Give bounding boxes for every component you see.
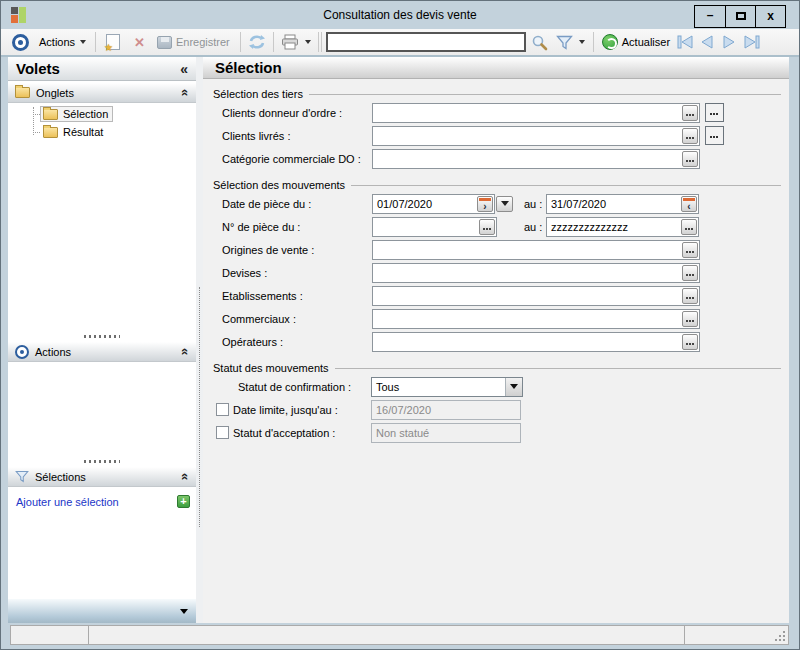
close-button[interactable]: x bbox=[755, 6, 785, 27]
group-selection-tiers: Sélection des tiers Clients donneur d'or… bbox=[209, 87, 783, 170]
resize-grip[interactable] bbox=[783, 639, 785, 641]
collapse-section-icon[interactable]: « bbox=[179, 89, 192, 96]
combo-dropdown-icon[interactable] bbox=[505, 378, 522, 396]
volets-header: Volets « bbox=[8, 57, 196, 81]
actions-dropdown-icon[interactable] bbox=[80, 40, 86, 44]
toolbar: Actions ★ ✕ Enregistrer Actualiser bbox=[1, 29, 799, 57]
main-panel: Sélection Sélection des tiers Clients do… bbox=[203, 57, 789, 623]
statut-acceptation-checkbox[interactable] bbox=[216, 426, 229, 439]
collapse-section-icon[interactable]: « bbox=[179, 473, 192, 480]
search-icon[interactable] bbox=[531, 34, 548, 51]
lookup-button[interactable] bbox=[479, 219, 495, 235]
main-header: Sélection bbox=[203, 57, 789, 79]
section-actions[interactable]: Actions « bbox=[8, 342, 196, 362]
field-label: Statut d'acceptation : bbox=[233, 427, 371, 439]
page-title: Sélection bbox=[215, 59, 282, 76]
actualiser-button[interactable]: Actualiser bbox=[622, 36, 670, 48]
panel-splitter[interactable] bbox=[8, 457, 196, 465]
group-title: Sélection des tiers bbox=[209, 87, 783, 101]
date-limite-input: 16/07/2020 bbox=[371, 400, 521, 420]
actions-menu-button[interactable]: Actions bbox=[39, 36, 75, 48]
lookup-button[interactable] bbox=[682, 105, 698, 121]
add-selection-link[interactable]: Ajouter une sélection bbox=[16, 496, 119, 508]
tree-item-resultat[interactable]: Résultat bbox=[33, 123, 196, 141]
lookup-button[interactable] bbox=[682, 288, 698, 304]
onglets-tree: Sélection Résultat bbox=[8, 103, 196, 332]
delete-icon[interactable]: ✕ bbox=[134, 35, 145, 50]
actions-icon bbox=[15, 345, 29, 359]
lookup-button[interactable] bbox=[682, 334, 698, 350]
nav-next-icon[interactable] bbox=[722, 35, 736, 49]
status-cell bbox=[685, 626, 788, 644]
statut-confirmation-select[interactable]: Tous bbox=[371, 377, 523, 397]
lookup-button[interactable] bbox=[682, 128, 698, 144]
panel-splitter[interactable] bbox=[8, 332, 196, 340]
filter-dropdown-icon[interactable] bbox=[579, 40, 585, 44]
save-icon[interactable] bbox=[157, 36, 172, 49]
field-label: Clients livrés : bbox=[222, 130, 372, 142]
print-icon[interactable] bbox=[281, 34, 299, 50]
au-label: au : bbox=[524, 221, 546, 233]
field-label: Statut de confirmation : bbox=[238, 381, 371, 393]
lookup-button[interactable] bbox=[682, 151, 698, 167]
minimize-button[interactable]: – bbox=[695, 6, 725, 27]
status-cell bbox=[11, 626, 89, 644]
date-picker-button[interactable]: › bbox=[477, 196, 493, 212]
print-dropdown-icon[interactable] bbox=[305, 40, 311, 44]
detail-button[interactable] bbox=[705, 126, 724, 145]
tree-item-selection[interactable]: Sélection bbox=[33, 105, 196, 123]
date-limite-checkbox[interactable] bbox=[216, 403, 229, 416]
num-piece-au-input[interactable] bbox=[546, 217, 699, 237]
refresh-icon[interactable] bbox=[248, 34, 266, 50]
filter-icon bbox=[15, 470, 29, 483]
nav-prev-icon[interactable] bbox=[700, 35, 714, 49]
clients-donneur-input[interactable] bbox=[372, 103, 700, 123]
group-selection-mouvements: Sélection des mouvements Date de pièce d… bbox=[209, 178, 783, 353]
field-label: Date limite, jusqu'au : bbox=[233, 404, 371, 416]
sidebar-splitter[interactable] bbox=[196, 57, 203, 623]
add-selection-icon[interactable]: + bbox=[177, 495, 190, 508]
maximize-button[interactable] bbox=[725, 6, 755, 27]
origines-vente-input[interactable] bbox=[372, 240, 700, 260]
devises-input[interactable] bbox=[372, 263, 700, 283]
actualiser-icon[interactable] bbox=[602, 34, 618, 50]
date-picker-button[interactable]: ‹ bbox=[681, 196, 697, 212]
field-label: Devises : bbox=[222, 267, 372, 279]
etablissements-input[interactable] bbox=[372, 286, 700, 306]
actions-target-icon bbox=[12, 34, 29, 51]
field-label: Etablissements : bbox=[222, 290, 372, 302]
collapse-section-icon[interactable]: « bbox=[179, 348, 192, 355]
lookup-button[interactable] bbox=[682, 265, 698, 281]
section-selections[interactable]: Sélections « bbox=[8, 467, 196, 487]
detail-button[interactable] bbox=[705, 103, 724, 122]
section-actions-label: Actions bbox=[35, 346, 71, 358]
field-label: Catégorie commerciale DO : bbox=[222, 153, 372, 165]
clients-livres-input[interactable] bbox=[372, 126, 700, 146]
categorie-commerciale-input[interactable] bbox=[372, 149, 700, 169]
new-icon[interactable]: ★ bbox=[106, 34, 120, 50]
lookup-button[interactable] bbox=[681, 219, 697, 235]
save-button[interactable]: Enregistrer bbox=[176, 36, 230, 48]
volets-title: Volets bbox=[16, 60, 60, 77]
folder-icon bbox=[15, 87, 30, 98]
collapse-sidebar-icon[interactable]: « bbox=[180, 61, 188, 77]
au-label: au : bbox=[524, 198, 546, 210]
titlebar: Consultation des devis vente – x bbox=[1, 1, 799, 29]
section-onglets[interactable]: Onglets « bbox=[8, 83, 196, 103]
group-title: Sélection des mouvements bbox=[209, 178, 783, 192]
operateurs-input[interactable] bbox=[372, 332, 700, 352]
lookup-button[interactable] bbox=[682, 311, 698, 327]
nav-last-icon[interactable] bbox=[743, 35, 761, 49]
statut-acceptation-input: Non statué bbox=[371, 423, 521, 443]
lookup-button[interactable] bbox=[682, 242, 698, 258]
sidebar-scroll-down[interactable] bbox=[8, 599, 196, 623]
date-dropdown-button[interactable] bbox=[496, 196, 513, 212]
commerciaux-input[interactable] bbox=[372, 309, 700, 329]
filter-icon[interactable] bbox=[556, 35, 573, 50]
nav-first-icon[interactable] bbox=[676, 35, 694, 49]
date-piece-au-input[interactable] bbox=[546, 194, 699, 214]
sidebar-volets: Volets « Onglets « Sélection Résult bbox=[8, 57, 196, 623]
maximize-icon bbox=[736, 12, 746, 20]
window-controls: – x bbox=[694, 5, 786, 28]
search-input[interactable] bbox=[326, 32, 526, 52]
